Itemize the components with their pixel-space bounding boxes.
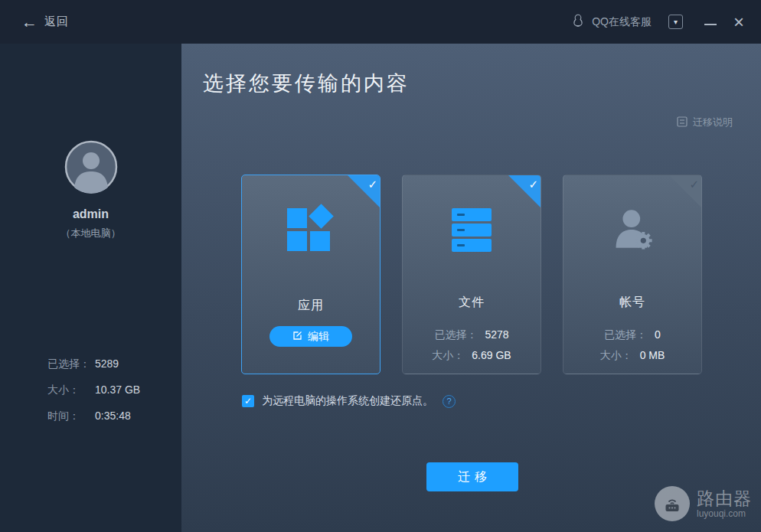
help-icon[interactable]: ?	[443, 395, 456, 408]
summary-size-row: 大小： 10.37 GB	[47, 383, 140, 397]
watermark-title: 路由器	[697, 489, 752, 508]
check-icon: ✓	[367, 178, 377, 191]
qq-penguin-icon	[570, 13, 586, 31]
files-size-row: 大小： 6.69 GB	[403, 349, 541, 363]
files-selected-label: 已选择：	[434, 328, 477, 342]
files-stats: 已选择： 5278 大小： 6.69 GB	[403, 321, 541, 363]
accounts-stats: 已选择： 0 大小： 0 MB	[563, 321, 701, 363]
transfer-button[interactable]: 迁移	[426, 462, 518, 491]
card-accounts-label: 帐号	[619, 295, 645, 311]
chevron-down-icon: ▾	[674, 18, 678, 26]
summary-selected-label: 已选择：	[47, 357, 95, 371]
watermark-domain: luyouqi.com	[697, 509, 752, 519]
avatar	[64, 140, 118, 194]
card-files[interactable]: ✓ 文件 已选择： 5278 大小： 6.69 GB	[402, 175, 541, 374]
check-icon: ✓	[689, 178, 699, 191]
summary-time-label: 时间：	[47, 410, 95, 423]
accounts-unselected-ribbon[interactable]: ✓	[669, 175, 701, 207]
qq-support-label: QQ在线客服	[592, 15, 652, 29]
page-title: 选择您要传输的内容	[203, 70, 410, 97]
edit-label: 编辑	[308, 330, 329, 344]
summary-time-value: 0:35:48	[95, 410, 131, 423]
accounts-size-value: 0 MB	[640, 349, 665, 363]
card-apps-label: 应用	[298, 298, 324, 314]
card-apps[interactable]: ✓ 应用 编辑	[241, 175, 380, 374]
summary-time-row: 时间： 0:35:48	[47, 410, 140, 423]
files-size-value: 6.69 GB	[472, 349, 511, 363]
selection-summary: 已选择： 5289 大小： 10.37 GB 时间： 0:35:48	[47, 357, 140, 436]
minimize-button[interactable]	[704, 15, 717, 29]
restore-point-checkbox[interactable]: ✓	[242, 395, 254, 407]
files-selected-ribbon[interactable]: ✓	[508, 175, 541, 207]
router-icon	[655, 486, 690, 521]
watermark-text: 路由器 luyouqi.com	[697, 489, 752, 519]
sidebar: admin （本地电脑） 已选择： 5289 大小： 10.37 GB 时间： …	[0, 44, 181, 532]
summary-selected-value: 5289	[95, 357, 119, 371]
edit-apps-button[interactable]: 编辑	[269, 326, 352, 347]
edit-icon	[292, 331, 302, 343]
accounts-selected-label: 已选择：	[604, 328, 647, 342]
summary-size-label: 大小：	[47, 383, 95, 397]
titlebar: ← 返回 QQ在线客服 ▾ ×	[0, 0, 761, 44]
main-panel: 选择您要传输的内容 迁移说明 ✓ 应用	[181, 44, 761, 532]
username: admin	[0, 207, 181, 221]
restore-point-label: 为远程电脑的操作系统创建还原点。	[262, 394, 433, 408]
qq-support-button[interactable]: QQ在线客服	[570, 13, 652, 31]
local-computer-profile: admin （本地电脑）	[0, 140, 181, 240]
summary-selected-row: 已选择： 5289	[47, 357, 140, 371]
computer-label: （本地电脑）	[0, 227, 181, 240]
account-gear-icon	[609, 204, 656, 255]
back-label: 返回	[44, 15, 69, 29]
watermark: 路由器 luyouqi.com	[655, 486, 752, 521]
restore-point-option: ✓ 为远程电脑的操作系统创建还原点。 ?	[242, 394, 456, 408]
card-accounts[interactable]: ✓	[563, 175, 702, 374]
card-files-label: 文件	[459, 295, 485, 311]
app-window: ← 返回 QQ在线客服 ▾ ×	[0, 0, 761, 532]
check-icon: ✓	[528, 178, 538, 191]
back-button[interactable]: ← 返回	[21, 14, 69, 30]
apps-selected-ribbon[interactable]: ✓	[348, 175, 380, 207]
accounts-selected-value: 0	[655, 328, 661, 342]
files-selected-value: 5278	[485, 328, 508, 342]
back-arrow-icon: ←	[21, 14, 38, 30]
migration-guide-label: 迁移说明	[693, 116, 733, 129]
accounts-size-row: 大小： 0 MB	[563, 349, 701, 363]
files-selected-row: 已选择： 5278	[403, 328, 541, 342]
titlebar-controls: QQ在线客服 ▾ ×	[570, 13, 744, 31]
window-menu-button[interactable]: ▾	[668, 15, 683, 29]
apps-icon	[287, 204, 335, 255]
document-icon	[677, 116, 688, 129]
summary-size-value: 10.37 GB	[95, 383, 140, 397]
files-size-label: 大小：	[432, 349, 464, 363]
migration-guide-link[interactable]: 迁移说明	[677, 116, 733, 129]
files-icon	[452, 204, 492, 255]
accounts-size-label: 大小：	[600, 349, 632, 363]
close-button[interactable]: ×	[733, 15, 744, 29]
content-cards: ✓ 应用 编辑	[241, 175, 702, 374]
accounts-selected-row: 已选择： 0	[563, 328, 701, 342]
